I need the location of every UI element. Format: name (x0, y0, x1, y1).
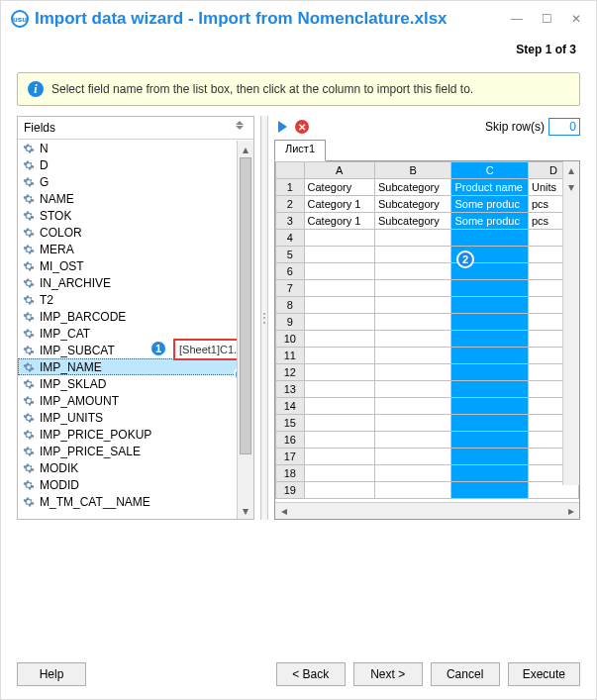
cell[interactable]: Product name (451, 179, 529, 196)
table-row[interactable]: 14 (276, 398, 579, 415)
cell[interactable] (451, 449, 529, 465)
play-icon[interactable] (278, 121, 287, 133)
table-row[interactable]: 2Category 1SubcategorySome producpcs (276, 196, 579, 213)
scroll-up-icon[interactable]: ▴ (238, 141, 253, 157)
cell[interactable] (304, 297, 374, 314)
cell[interactable]: Category 1 (304, 196, 374, 213)
cell[interactable] (374, 432, 451, 449)
table-row[interactable]: 10 (276, 331, 579, 348)
field-row[interactable]: T2 (18, 291, 253, 308)
field-row[interactable]: IMP_PRICE_POKUP (18, 426, 253, 443)
table-row[interactable]: 13 (276, 381, 579, 398)
sheet-tab[interactable]: Лист1 (274, 140, 326, 161)
field-row[interactable]: STOK (18, 207, 253, 224)
cell[interactable] (374, 364, 451, 381)
table-row[interactable]: 1CategorySubcategoryProduct nameUnits (276, 179, 579, 196)
field-row[interactable]: N (18, 140, 253, 156)
table-row[interactable]: 11 (276, 348, 579, 364)
cell[interactable] (304, 247, 374, 263)
cell[interactable] (304, 482, 374, 499)
field-row[interactable]: D (18, 156, 253, 173)
cell[interactable] (304, 449, 374, 465)
cell[interactable] (374, 415, 451, 432)
field-row[interactable]: NAME (18, 190, 253, 207)
field-row[interactable]: MERA (18, 241, 253, 257)
cell[interactable] (374, 449, 451, 465)
cell[interactable] (451, 297, 529, 314)
grid-hscrollbar[interactable]: ◂ ▸ (275, 502, 579, 519)
grid-vscrollbar[interactable]: ▴ ▾ (562, 161, 579, 485)
maximize-button[interactable]: ☐ (537, 9, 556, 29)
back-button[interactable]: < Back (276, 662, 346, 686)
field-row[interactable]: G (18, 173, 253, 190)
table-row[interactable]: 6 (276, 263, 579, 280)
cell[interactable] (451, 432, 529, 449)
grid-scroll-down-icon[interactable]: ▾ (563, 178, 579, 195)
col-header-C[interactable]: C (451, 162, 529, 179)
cell[interactable] (304, 314, 374, 331)
cell[interactable] (304, 415, 374, 432)
cell[interactable] (451, 364, 529, 381)
field-row[interactable]: MODIK (18, 459, 253, 476)
cell[interactable] (374, 247, 451, 263)
table-row[interactable]: 8 (276, 297, 579, 314)
cell[interactable]: Some produc (451, 213, 529, 230)
cell[interactable] (304, 364, 374, 381)
cell[interactable] (374, 263, 451, 280)
field-row[interactable]: IMP_UNITS (18, 409, 253, 426)
cell[interactable] (374, 230, 451, 247)
table-row[interactable]: 18 (276, 465, 579, 482)
field-row[interactable]: MI_OST (18, 257, 253, 274)
table-row[interactable]: 7 (276, 280, 579, 297)
table-row[interactable]: 16 (276, 432, 579, 449)
cell[interactable] (374, 465, 451, 482)
field-row[interactable]: M_TM_CAT__NAME (18, 493, 253, 510)
splitter-handle[interactable] (260, 116, 268, 520)
execute-button[interactable]: Execute (508, 662, 580, 686)
field-row[interactable]: COLOR (18, 224, 253, 241)
delete-icon[interactable]: ✕ (295, 120, 309, 134)
cell[interactable] (374, 280, 451, 297)
scroll-down-icon[interactable]: ▾ (238, 502, 253, 519)
cell[interactable]: Category (304, 179, 374, 196)
table-row[interactable]: 9 (276, 314, 579, 331)
scroll-thumb[interactable] (240, 157, 251, 454)
table-row[interactable]: 5 (276, 247, 579, 263)
cell[interactable] (304, 331, 374, 348)
cell[interactable] (304, 263, 374, 280)
cell[interactable] (304, 230, 374, 247)
sort-toggle[interactable] (236, 121, 248, 135)
table-row[interactable]: 15 (276, 415, 579, 432)
cancel-button[interactable]: Cancel (431, 662, 500, 686)
fields-list[interactable]: NDGNAMESTOKCOLORMERAMI_OSTIN_ARCHIVET2IM… (18, 140, 253, 519)
cell[interactable]: Category 1 (304, 213, 374, 230)
cell[interactable] (451, 465, 529, 482)
field-row[interactable]: IMP_AMOUNT (18, 392, 253, 409)
col-header-B[interactable]: B (374, 162, 451, 179)
field-row[interactable]: IMP_SKLAD (18, 375, 253, 392)
grid-scroll-left-icon[interactable]: ◂ (275, 503, 292, 519)
cell[interactable] (374, 482, 451, 499)
cell[interactable]: Some produc (451, 196, 529, 213)
field-row[interactable]: IMP_PRICE_SALE (18, 443, 253, 459)
cell[interactable] (374, 331, 451, 348)
cell[interactable] (374, 314, 451, 331)
cell[interactable] (451, 230, 529, 247)
cell[interactable] (304, 432, 374, 449)
cell[interactable] (451, 482, 529, 499)
cell[interactable] (304, 398, 374, 415)
grid-scroll-up-icon[interactable]: ▴ (563, 161, 579, 178)
table-row[interactable]: 3Category 1SubcategorySome producpcs (276, 213, 579, 230)
next-button[interactable]: Next > (353, 662, 423, 686)
field-row[interactable]: IMP_NAME (18, 358, 253, 375)
cell[interactable] (374, 297, 451, 314)
cell[interactable] (451, 280, 529, 297)
cell[interactable] (451, 331, 529, 348)
cell[interactable] (451, 415, 529, 432)
cell[interactable] (374, 381, 451, 398)
cell[interactable] (374, 398, 451, 415)
table-row[interactable]: 4 (276, 230, 579, 247)
grid-scroll-right-icon[interactable]: ▸ (562, 503, 579, 519)
cell[interactable] (451, 348, 529, 364)
field-row[interactable]: MODID (18, 476, 253, 493)
